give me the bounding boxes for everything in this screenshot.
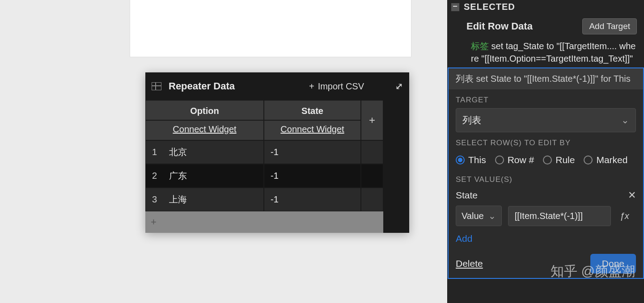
selected-label: SELECTED bbox=[464, 2, 515, 12]
action-summary[interactable]: 列表 set State to "[[Item.State*(-1)]]" fo… bbox=[449, 68, 643, 89]
set-value-field-name: State bbox=[456, 190, 628, 201]
cell-blank bbox=[361, 164, 383, 188]
collapse-icon[interactable]: ⤢ bbox=[395, 81, 403, 92]
table-icon bbox=[152, 82, 161, 90]
active-action-block: 列表 set State to "[[Item.State*(-1)]]" fo… bbox=[448, 67, 644, 279]
cell-state[interactable]: -1 bbox=[264, 140, 361, 164]
radio-marked[interactable]: Marked bbox=[584, 155, 627, 165]
radio-icon bbox=[543, 156, 552, 164]
cell-state[interactable]: -1 bbox=[264, 188, 361, 211]
add-value-link[interactable]: Add bbox=[449, 229, 643, 246]
plus-icon: + bbox=[309, 81, 314, 92]
cell-tail bbox=[383, 211, 409, 233]
value-type-select[interactable]: Value ⌄ bbox=[456, 206, 502, 226]
value-expression-input[interactable] bbox=[508, 206, 611, 226]
cell-tail bbox=[383, 188, 409, 211]
cell-state[interactable]: -1 bbox=[264, 164, 361, 188]
edit-row-data-title: Edit Row Data bbox=[466, 21, 582, 32]
plus-icon: + bbox=[151, 216, 157, 228]
radio-icon bbox=[495, 156, 504, 164]
import-csv-label: Import CSV bbox=[318, 81, 364, 92]
add-target-button[interactable]: Add Target bbox=[582, 18, 637, 34]
cell-tail bbox=[383, 140, 409, 164]
canvas-white-frame bbox=[130, 0, 411, 57]
cell-option: 上海 bbox=[165, 194, 187, 206]
row-index: 2 bbox=[152, 171, 165, 181]
column-header-state[interactable]: State bbox=[264, 100, 361, 120]
row-index: 1 bbox=[152, 147, 165, 157]
collapse-minus-icon[interactable]: − bbox=[451, 3, 459, 11]
action-description-1[interactable]: 标签 set tag_State to "[[TargetItem.... wh… bbox=[448, 37, 644, 67]
column-header-option[interactable]: Option bbox=[145, 100, 264, 120]
repeater-header: Repeater Data + Import CSV ⤢ bbox=[145, 72, 409, 100]
repeater-title: Repeater Data bbox=[169, 80, 235, 92]
table-spacer bbox=[383, 100, 409, 140]
right-inspector-panel: − SELECTED Edit Row Data Add Target 标签 s… bbox=[447, 0, 644, 303]
cell-option: 北京 bbox=[165, 146, 187, 158]
fx-icon[interactable]: ƒx bbox=[617, 211, 632, 221]
add-column-button[interactable]: + bbox=[361, 100, 383, 140]
cell-blank bbox=[361, 140, 383, 164]
chevron-down-icon: ⌄ bbox=[488, 210, 496, 221]
repeater-data-panel: Repeater Data + Import CSV ⤢ Option Stat… bbox=[145, 72, 409, 233]
row-index: 3 bbox=[152, 194, 165, 205]
done-button[interactable]: Done bbox=[590, 254, 636, 274]
set-values-label: SET VALUE(S) bbox=[449, 169, 643, 188]
action-text: set tag_State to "[[TargetItem.... where… bbox=[471, 41, 636, 63]
target-select[interactable]: 列表 ⌄ bbox=[456, 108, 636, 132]
selected-section-header[interactable]: − SELECTED bbox=[448, 0, 644, 16]
add-row-button[interactable]: + bbox=[145, 211, 383, 233]
chevron-down-icon: ⌄ bbox=[621, 115, 629, 126]
cell-blank bbox=[361, 188, 383, 211]
target-value: 列表 bbox=[462, 114, 481, 126]
radio-icon bbox=[456, 156, 465, 164]
table-row[interactable]: 1北京 bbox=[145, 140, 264, 164]
select-rows-radio-group: This Row # Rule Marked bbox=[449, 151, 643, 169]
table-row[interactable]: 3上海 bbox=[145, 188, 264, 211]
select-rows-label: SELECT ROW(S) TO EDIT BY bbox=[449, 132, 643, 151]
radio-icon bbox=[584, 156, 593, 164]
radio-this[interactable]: This bbox=[456, 155, 486, 165]
cell-option: 广东 bbox=[165, 170, 187, 182]
import-csv-button[interactable]: + Import CSV bbox=[309, 81, 364, 92]
target-section-label: TARGET bbox=[449, 89, 643, 108]
connect-widget-option[interactable]: Connect Widget bbox=[145, 120, 264, 140]
remove-value-button[interactable]: ✕ bbox=[628, 189, 636, 201]
repeater-table: Option State + Connect Widget Connect Wi… bbox=[145, 100, 409, 233]
cell-tail bbox=[383, 164, 409, 188]
target-name-tag: 标签 bbox=[471, 41, 489, 51]
table-row[interactable]: 2广东 bbox=[145, 164, 264, 188]
radio-rownum[interactable]: Row # bbox=[495, 155, 534, 165]
delete-link[interactable]: Delete bbox=[456, 258, 483, 269]
connect-widget-state[interactable]: Connect Widget bbox=[264, 120, 361, 140]
radio-rule[interactable]: Rule bbox=[543, 155, 575, 165]
